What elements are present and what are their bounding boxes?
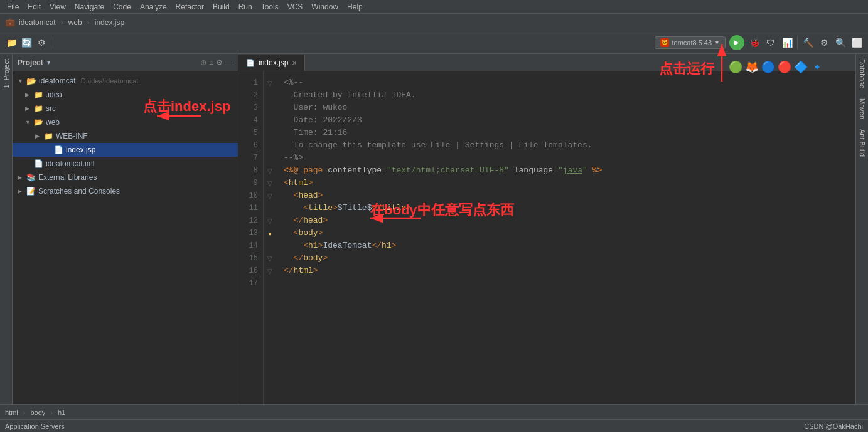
label-webinf: WEB-INF [56, 132, 88, 140]
menu-edit[interactable]: Edit [23, 1, 45, 13]
tab-label: index.jsp [259, 58, 288, 67]
tab-file-icon: 📄 [246, 59, 255, 67]
search-icon[interactable]: 🔍 [834, 36, 847, 49]
breadcrumb-html[interactable]: html [5, 409, 18, 416]
menu-build[interactable]: Build [208, 1, 234, 13]
breadcrumb-sep1: › [23, 409, 26, 416]
line-num-8: 8 [238, 164, 258, 177]
menu-refactor[interactable]: Refactor [171, 1, 208, 13]
line-num-17: 17 [238, 277, 258, 290]
toolbar: 📁 🔄 ⚙ 🐱 tomcat8.5.43 ▼ ▶ 🐞 🛡 📊 🔨 ⚙ 🔍 ⬜ [0, 31, 868, 54]
title-file: index.jsp [95, 18, 124, 27]
menu-help[interactable]: Help [343, 1, 367, 13]
tree-item-indexjsp[interactable]: 📄 index.jsp [13, 143, 238, 157]
right-tab-maven[interactable]: Maven [856, 93, 868, 124]
coverage-icon[interactable]: 🛡 [764, 36, 777, 49]
settings-icon[interactable]: ⚙ [35, 36, 48, 49]
profile-icon[interactable]: 📊 [781, 36, 793, 49]
menu-run[interactable]: Run [234, 1, 257, 13]
gutter-11 [264, 202, 276, 214]
file-icon-iml: 📄 [34, 159, 43, 168]
line-num-9: 9 [238, 177, 258, 189]
editor-tabs: 📄 index.jsp ✕ [238, 54, 855, 71]
line-num-5: 5 [238, 127, 258, 139]
gutter-7 [264, 152, 276, 164]
menu-file[interactable]: File [3, 1, 23, 13]
tree-item-webinf[interactable]: ▶ 📁 WEB-INF [13, 129, 238, 143]
line-num-2: 2 [238, 89, 258, 102]
editor-tab-indexjsp[interactable]: 📄 index.jsp ✕ [238, 55, 305, 71]
code-content[interactable]: <%-- Created by IntelliJ IDEA. User: wuk… [276, 71, 855, 404]
status-bar: html › body › h1 [0, 404, 868, 419]
folder-icon-idea: 📁 [34, 90, 43, 99]
tree-item-scratches[interactable]: ▶ 📝 Scratches and Consoles [13, 184, 238, 198]
tree-item-src[interactable]: ▶ 📁 src [13, 102, 238, 115]
menu-tools[interactable]: Tools [257, 1, 283, 13]
sync-icon[interactable]: 🔄 [20, 36, 33, 49]
tree-item-idea[interactable]: ▶ 📁 .idea [13, 88, 238, 102]
project-tree: ▼ 📂 ideatomcat D:\idea\ideatomcat ▶ 📁 .i… [13, 71, 238, 404]
fold-8[interactable]: ▽ [264, 164, 276, 177]
menu-window[interactable]: Window [307, 1, 343, 13]
gear-icon[interactable]: ⚙ [216, 58, 223, 67]
divider2 [797, 36, 798, 49]
debug-icon[interactable]: 🐞 [748, 36, 761, 49]
fold-9[interactable]: ▽ [264, 177, 276, 189]
gutter-4 [264, 114, 276, 127]
project-header-icon: ▾ [47, 59, 50, 66]
menu-analyze[interactable]: Analyze [136, 1, 171, 13]
editor-area: 📄 index.jsp ✕ 1 2 3 4 5 6 7 8 9 10 11 12… [238, 54, 855, 404]
toolbar-right: 🐱 tomcat8.5.43 ▼ ▶ 🐞 🛡 📊 🔨 ⚙ 🔍 ⬜ [655, 35, 863, 50]
close-panel-icon[interactable]: — [225, 58, 233, 67]
project-tab-label[interactable]: 1: Project [1, 54, 12, 93]
fold-1[interactable]: ▽ [264, 76, 276, 89]
line-num-14: 14 [238, 240, 258, 252]
gutter-3 [264, 102, 276, 114]
locate-icon[interactable]: ⊕ [200, 58, 206, 67]
line-num-4: 4 [238, 114, 258, 127]
tab-close-button[interactable]: ✕ [292, 60, 297, 66]
fold-12[interactable]: ▽ [264, 214, 276, 227]
menu-code[interactable]: Code [109, 1, 136, 13]
project-panel: Project ▾ ⊕ ≡ ⚙ — ▼ 📂 ideatomcat D:\idea… [13, 54, 238, 404]
gutter-5 [264, 127, 276, 139]
tree-item-external-libs[interactable]: ▶ 📚 External Libraries [13, 171, 238, 184]
tree-item-iml[interactable]: 📄 ideatomcat.iml [13, 157, 238, 171]
fold-15[interactable]: ▽ [264, 252, 276, 265]
maximize-icon[interactable]: ⬜ [850, 36, 863, 49]
gutter-17 [264, 277, 276, 290]
fold-16[interactable]: ▽ [264, 265, 276, 277]
fold-10[interactable]: ▽ [264, 189, 276, 202]
expand-arrow-web: ▼ [25, 119, 31, 125]
menu-navigate[interactable]: Navigate [70, 1, 109, 13]
right-sidebar: Database Maven Ant Build [855, 54, 868, 404]
right-tab-database[interactable]: Database [856, 54, 868, 93]
expand-arrow-src: ▶ [25, 105, 31, 112]
gutter-2 [264, 89, 276, 102]
settings2-icon[interactable]: ⚙ [818, 36, 830, 49]
tree-item-web[interactable]: ▼ 📂 web [13, 115, 238, 129]
collapse-icon[interactable]: ≡ [209, 58, 213, 67]
run-button[interactable]: ▶ [729, 35, 744, 50]
file-icon-indexjsp: 📄 [54, 145, 63, 154]
build-icon[interactable]: 🔨 [801, 36, 814, 49]
menu-view[interactable]: View [45, 1, 70, 13]
breadcrumb-h1[interactable]: h1 [58, 409, 65, 416]
title-bar: 💼 ideatomcat › web › index.jsp [0, 14, 868, 31]
label-extlibs: External Libraries [38, 173, 97, 182]
breadcrumb-body[interactable]: body [30, 409, 45, 416]
root-path: D:\idea\ideatomcat [81, 77, 139, 85]
menu-vcs[interactable]: VCS [283, 1, 308, 13]
right-tab-ant[interactable]: Ant Build [856, 124, 868, 162]
tree-root[interactable]: ▼ 📂 ideatomcat D:\idea\ideatomcat [13, 74, 238, 88]
new-folder-icon[interactable]: 📁 [5, 36, 18, 49]
fold-13[interactable]: ● [264, 227, 276, 240]
line-num-6: 6 [238, 139, 258, 152]
project-sidebar-tab[interactable]: 1: Project [0, 54, 13, 404]
expand-arrow-scratches: ▶ [18, 188, 24, 194]
project-icon: 💼 [5, 18, 15, 27]
main-layout: 1: Project Project ▾ ⊕ ≡ ⚙ — ▼ 📂 ideatom… [0, 54, 868, 404]
line-num-3: 3 [238, 102, 258, 114]
run-config-dropdown[interactable]: 🐱 tomcat8.5.43 ▼ [655, 36, 726, 49]
label-src: src [46, 104, 56, 113]
